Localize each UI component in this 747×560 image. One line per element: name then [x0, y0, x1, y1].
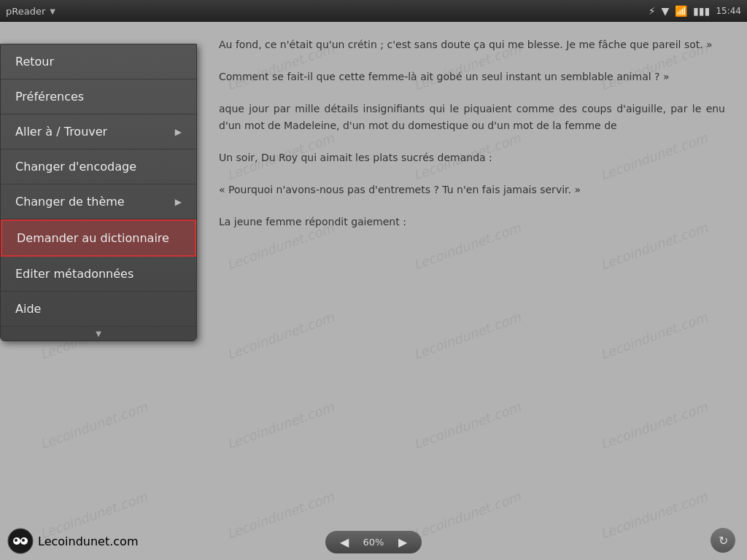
- menu-item-label: Aide: [15, 302, 41, 316]
- menu-item-retour[interactable]: Retour: [1, 44, 196, 79]
- titlebar-left: pReader ▼: [6, 6, 55, 17]
- battery-icon: ▮▮▮: [693, 5, 710, 17]
- menu-item-label: Editer métadonnées: [15, 267, 133, 281]
- menu-item-preferences[interactable]: Préférences: [1, 79, 196, 114]
- menu-item-label: Changer d'encodage: [15, 160, 136, 174]
- clock: 15:44: [716, 6, 741, 16]
- book-paragraph: Au fond, ce n'était qu'un crétin ; c'est…: [219, 36, 725, 54]
- book-paragraph: Un soir, Du Roy qui aimait les plats suc…: [219, 149, 725, 167]
- menu-item-aide[interactable]: Aide: [1, 292, 196, 327]
- menu-item-arrow: ▶: [175, 127, 182, 137]
- menu-item-aller-trouver[interactable]: Aller à / Trouver▶: [1, 114, 196, 149]
- wifi-icon: 📶: [675, 5, 687, 17]
- nav-forward-button[interactable]: ▶: [395, 535, 410, 549]
- refresh-button[interactable]: ↻: [711, 528, 735, 553]
- titlebar-right: ⚡ ▼ 📶 ▮▮▮ 15:44: [649, 5, 741, 17]
- nav-control: ◀ 60% ▶: [325, 531, 422, 553]
- app-title: pReader: [6, 6, 45, 17]
- usb-icon: ⚡: [649, 5, 656, 17]
- signal-down-icon: ▼: [662, 5, 670, 17]
- menu-scroll-arrow-icon: ▼: [96, 330, 101, 338]
- main-content: Lecoindunet.comLecoindunet.comLecoindune…: [0, 22, 747, 560]
- book-paragraph: La jeune femme répondit gaiement :: [219, 214, 725, 231]
- menu-item-label: Demander au dictionnaire: [17, 231, 169, 245]
- menu-item-demander-dictionnaire[interactable]: Demander au dictionnaire: [1, 219, 196, 257]
- menu-item-changer-theme[interactable]: Changer de thème▶: [1, 184, 196, 219]
- svg-point-3: [15, 539, 18, 542]
- nav-back-button[interactable]: ◀: [337, 535, 352, 549]
- book-paragraph: « Pourquoi n'avons-nous pas d'entremets …: [219, 182, 725, 199]
- menu-scroll-indicator: ▼: [1, 327, 196, 341]
- menu-item-changer-encodage[interactable]: Changer d'encodage: [1, 149, 196, 184]
- menu-item-label: Retour: [15, 55, 54, 69]
- menu-item-label: Changer de thème: [15, 195, 125, 209]
- book-paragraph: aque jour par mille détails insignifiant…: [219, 101, 725, 136]
- logo: Lecoindunet.com: [7, 528, 138, 554]
- menu-item-label: Préférences: [15, 90, 84, 104]
- logo-icon: [7, 528, 34, 554]
- menu-item-editer-metadonnees[interactable]: Editer métadonnées: [1, 257, 196, 292]
- book-paragraph: Comment se fait-il que cette femme-là ai…: [219, 69, 725, 86]
- menu-item-label: Aller à / Trouver: [15, 125, 107, 139]
- svg-point-4: [22, 539, 25, 542]
- titlebar-dropdown-arrow[interactable]: ▼: [50, 7, 55, 15]
- page-percent: 60%: [360, 537, 387, 548]
- logo-text: Lecoindunet.com: [38, 534, 138, 548]
- menu-item-arrow: ▶: [175, 197, 182, 207]
- dropdown-menu: RetourPréférencesAller à / Trouver▶Chang…: [0, 44, 197, 341]
- titlebar: pReader ▼ ⚡ ▼ 📶 ▮▮▮ 15:44: [0, 0, 747, 22]
